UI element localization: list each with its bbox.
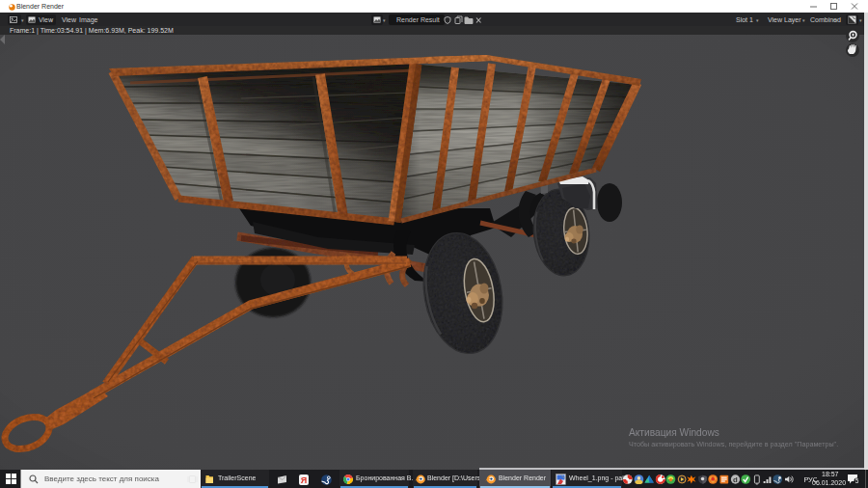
- svg-text:d: d: [733, 475, 738, 484]
- svg-text:Я: Я: [301, 475, 307, 485]
- svg-text:5: 5: [855, 477, 859, 484]
